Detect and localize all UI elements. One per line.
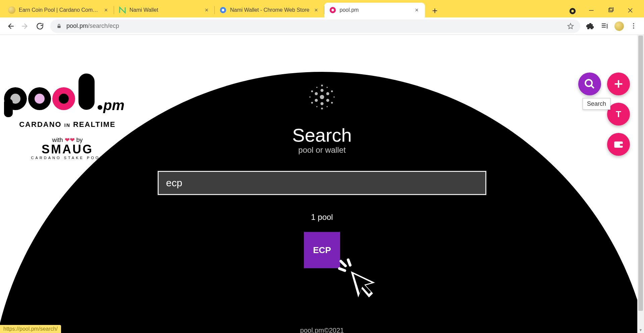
- tab-title: Earn Coin Pool | Cardano Community: [19, 7, 99, 13]
- address-bar[interactable]: pool.pm/search/ecp: [50, 19, 580, 33]
- plus-icon: [613, 78, 624, 90]
- svg-point-40: [327, 87, 328, 88]
- svg-rect-8: [610, 7, 613, 11]
- svg-point-44: [333, 96, 335, 98]
- browser-tab-1[interactable]: Nami Wallet ×: [114, 3, 215, 17]
- wallet-fab-button[interactable]: [607, 133, 630, 156]
- close-window-icon[interactable]: [627, 7, 634, 14]
- svg-point-39: [316, 87, 318, 88]
- search-box: [158, 171, 486, 195]
- svg-rect-9: [57, 26, 60, 28]
- minimize-icon[interactable]: [588, 7, 595, 14]
- token-fab-label: T: [616, 109, 621, 120]
- svg-point-38: [331, 102, 333, 103]
- svg-point-27: [321, 89, 324, 92]
- nav-back-button[interactable]: [6, 22, 15, 31]
- reading-list-icon[interactable]: [600, 22, 608, 30]
- svg-point-35: [311, 90, 313, 92]
- svg-point-19: [59, 94, 69, 104]
- pool-result-tile[interactable]: ECP: [304, 232, 340, 268]
- page-viewport: pm CARDANO IN REALTIME with ❤❤ by SMAUG …: [0, 35, 644, 333]
- search-input[interactable]: [166, 177, 478, 189]
- tab-title: Nami Wallet - Chrome Web Store: [230, 7, 310, 13]
- svg-rect-6: [589, 10, 594, 11]
- svg-point-10: [633, 23, 634, 24]
- tab-title: pool.pm: [340, 7, 410, 13]
- svg-point-41: [316, 106, 318, 107]
- lock-icon: [56, 23, 62, 29]
- profile-avatar-icon[interactable]: [614, 21, 624, 31]
- svg-point-32: [326, 99, 329, 102]
- wallet-icon: [613, 139, 624, 150]
- svg-point-11: [633, 25, 634, 27]
- browser-toolbar: pool.pm/search/ecp: [0, 17, 644, 35]
- coin-favicon-icon: [8, 6, 15, 14]
- url-text: pool.pm/search/ecp: [66, 22, 562, 30]
- svg-point-31: [315, 99, 318, 102]
- search-panel: Search pool or wallet 1 pool ECP: [151, 82, 493, 268]
- webstore-favicon-icon: [219, 6, 227, 14]
- scroll-thumb[interactable]: [638, 36, 643, 311]
- svg-point-33: [321, 85, 323, 86]
- svg-point-17: [35, 94, 45, 104]
- window-titlebar: Earn Coin Pool | Cardano Community × Nam…: [0, 0, 644, 17]
- site-logo[interactable]: pm CARDANO IN REALTIME with ❤❤ by SMAUG …: [2, 72, 133, 160]
- svg-point-28: [321, 102, 324, 105]
- tab-strip: Earn Coin Pool | Cardano Community × Nam…: [0, 0, 559, 17]
- close-tab-icon[interactable]: ×: [414, 7, 420, 14]
- extensions-icon[interactable]: [586, 22, 594, 30]
- svg-point-26: [320, 95, 324, 99]
- smaug-credit: with ❤❤ by SMAUG CARDANO STAKE POOL: [2, 136, 133, 160]
- maximize-icon[interactable]: [608, 7, 614, 14]
- account-icon[interactable]: [569, 7, 576, 14]
- svg-point-30: [326, 92, 329, 95]
- poolpm-favicon-icon: [329, 6, 336, 14]
- vertical-scrollbar[interactable]: ▲ ▼: [637, 35, 644, 333]
- svg-point-21: [98, 105, 102, 110]
- svg-point-3: [331, 9, 334, 11]
- pool-ticker: ECP: [313, 245, 331, 255]
- svg-rect-7: [609, 8, 612, 12]
- close-tab-icon[interactable]: ×: [203, 7, 210, 14]
- svg-rect-25: [620, 144, 624, 146]
- svg-text:pm: pm: [103, 97, 124, 113]
- search-fab-button[interactable]: [578, 73, 601, 95]
- window-buttons: [559, 7, 644, 17]
- page-footer: pool.pm©2021: [300, 327, 344, 333]
- svg-point-23: [585, 80, 592, 86]
- new-tab-button[interactable]: +: [428, 4, 442, 17]
- nami-favicon-icon: [119, 6, 126, 14]
- svg-point-5: [571, 10, 574, 12]
- floating-action-buttons: T: [578, 73, 630, 156]
- result-count: 1 pool: [311, 212, 333, 222]
- svg-rect-20: [78, 74, 95, 110]
- link-status-hint: https://pool.pm/search/: [0, 325, 61, 333]
- svg-point-36: [331, 90, 333, 92]
- cardano-logo-icon: [307, 82, 337, 112]
- scroll-down-icon[interactable]: ▼: [637, 327, 644, 333]
- svg-point-1: [222, 9, 224, 11]
- svg-rect-15: [4, 99, 13, 117]
- poolpm-logo-icon: pm: [2, 72, 129, 122]
- nav-forward-button[interactable]: [21, 22, 30, 31]
- add-fab-button[interactable]: [607, 73, 630, 95]
- svg-point-43: [309, 96, 311, 98]
- close-tab-icon[interactable]: ×: [103, 7, 109, 14]
- svg-point-34: [321, 108, 323, 109]
- close-tab-icon[interactable]: ×: [313, 7, 320, 14]
- chrome-menu-icon[interactable]: [630, 22, 638, 30]
- svg-point-29: [315, 92, 318, 95]
- nav-reload-button[interactable]: [36, 22, 44, 31]
- browser-tab-0[interactable]: Earn Coin Pool | Cardano Community ×: [3, 3, 114, 17]
- token-fab-button[interactable]: T: [607, 103, 630, 126]
- logo-tagline: CARDANO IN REALTIME: [2, 120, 133, 129]
- search-tooltip: Search: [583, 98, 610, 110]
- svg-point-12: [633, 27, 634, 29]
- search-heading: Search: [292, 124, 352, 146]
- tab-title: Nami Wallet: [129, 7, 200, 13]
- svg-point-42: [327, 106, 328, 107]
- bookmark-star-icon[interactable]: [567, 22, 574, 30]
- search-icon: [584, 78, 595, 90]
- browser-tab-3[interactable]: pool.pm ×: [324, 3, 425, 17]
- browser-tab-2[interactable]: Nami Wallet - Chrome Web Store ×: [215, 3, 324, 17]
